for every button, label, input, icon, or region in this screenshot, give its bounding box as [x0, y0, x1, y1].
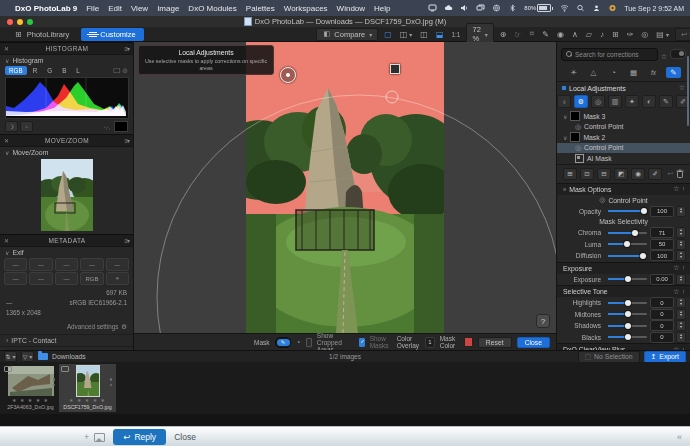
gear-icon[interactable]: ⚙	[121, 323, 127, 330]
pan-tool-icon[interactable]: ☞	[513, 30, 524, 39]
globe-icon[interactable]	[492, 4, 501, 12]
iptc-contact-row[interactable]: IPTC - Contact	[0, 334, 133, 346]
midtones-slider[interactable]	[608, 313, 647, 315]
selective-tone-section-header[interactable]: Selective Tone !	[557, 285, 690, 297]
midtones-value[interactable]: 0	[650, 309, 674, 320]
show-masks-label[interactable]: Show Masks	[370, 335, 392, 349]
control-point-tool-icon[interactable]: ◎	[591, 95, 605, 108]
app-menu-title[interactable]: DxO PhotoLab 9	[15, 4, 77, 13]
blacks-stepper[interactable]: ▲▼	[676, 332, 686, 343]
current-folder-label[interactable]: Downloads	[52, 353, 86, 360]
spray-tool-icon[interactable]: ✦	[625, 95, 639, 108]
rotate-view-icon[interactable]: ◔	[296, 338, 301, 347]
menu-dxo-modules[interactable]: DxO Modules	[188, 4, 236, 13]
volume-icon[interactable]	[460, 4, 469, 12]
menu-image[interactable]: Image	[157, 4, 179, 13]
overlay-icon[interactable]: ▤	[654, 30, 671, 39]
blacks-value[interactable]: 0	[650, 332, 674, 343]
show-masks-checkbox[interactable]	[359, 338, 365, 347]
show-mask-icon[interactable]: ◉	[631, 168, 645, 180]
settings-tool-icon[interactable]: ⚙	[574, 95, 588, 108]
opacity-slider[interactable]	[608, 210, 647, 212]
mask2-control-point-row[interactable]: Control Point	[557, 143, 690, 154]
auto-mask-tool-icon[interactable]: ♁	[557, 95, 571, 108]
blacks-slider[interactable]	[608, 336, 647, 338]
geometry-category-icon[interactable]: ▦	[626, 67, 641, 78]
export-button[interactable]: ↥ Export	[644, 351, 686, 363]
image-canvas[interactable]: Local Adjustments Use selective masks to…	[134, 42, 556, 333]
bluetooth-icon[interactable]	[508, 4, 517, 12]
effects-category-icon[interactable]: fx	[646, 67, 661, 78]
menu-workspaces[interactable]: Workspaces	[284, 4, 328, 13]
color-category-icon[interactable]: △	[586, 67, 601, 78]
histogram-section-row[interactable]: Histogram	[0, 55, 133, 65]
night-mode-icon[interactable]: ☽	[5, 121, 18, 132]
exposure-section-header[interactable]: Exposure !	[557, 262, 690, 274]
panel-scrollbar[interactable]	[687, 56, 689, 126]
mask-reset-button[interactable]: Reset	[478, 337, 512, 348]
shadows-value[interactable]: 0	[650, 320, 674, 331]
star-icon[interactable]	[673, 185, 679, 193]
channel-r-button[interactable]: R	[29, 66, 42, 75]
mask3-row[interactable]: Mask 3	[557, 111, 690, 122]
local-adjustments-header[interactable]: Local Adjustments	[557, 82, 690, 94]
eraser-icon[interactable]: ✐	[648, 168, 662, 180]
picker-icons[interactable]: ◦,◦,	[104, 124, 110, 130]
duplicate-mask-icon[interactable]: ⊟	[597, 168, 611, 180]
control-center-icon[interactable]	[608, 4, 617, 12]
detail-category-icon[interactable]: ◔	[606, 67, 621, 78]
photo-with-mask-overlay[interactable]	[246, 42, 444, 333]
footer-close-link[interactable]: Close	[174, 432, 196, 442]
undo-icon[interactable]: ↩	[667, 170, 673, 178]
star-icon[interactable]	[679, 84, 685, 92]
gradient-tool-icon[interactable]: ▥	[608, 95, 622, 108]
exposure-slider[interactable]	[608, 278, 647, 280]
no-selection-button[interactable]: ⬚ No Selection	[578, 351, 640, 363]
split-view-icon[interactable]: ◫	[398, 30, 415, 39]
horizon-icon[interactable]: ♪	[598, 30, 606, 39]
repair-icon[interactable]: ✑	[625, 30, 636, 39]
highlights-value[interactable]: 0	[650, 297, 674, 308]
star-rating[interactable]: ★ ★ ★ ★ ★	[69, 398, 106, 403]
spotlight-icon[interactable]	[576, 4, 585, 12]
channel-rgb-button[interactable]: RGB	[5, 66, 27, 75]
menu-clock[interactable]: Tue Sep 2 9:52 AM	[624, 5, 684, 12]
favorites-filter-icon[interactable]	[661, 45, 667, 63]
close-window-button[interactable]	[7, 19, 13, 25]
compare-button[interactable]: ◧ Compare	[316, 28, 379, 41]
highlights-stepper[interactable]: ▲▼	[676, 297, 686, 308]
luminosity-tool-icon[interactable]: ◐	[642, 95, 656, 108]
menu-file[interactable]: File	[86, 4, 99, 13]
crop-tool-icon[interactable]: ⌗	[528, 29, 537, 39]
display-icon[interactable]	[428, 4, 437, 12]
filter-dropdown[interactable]: ▽	[21, 351, 34, 362]
minimize-window-button[interactable]	[17, 19, 23, 25]
star-icon[interactable]	[673, 264, 679, 272]
add-to-mask-icon[interactable]: ⊡	[580, 168, 594, 180]
exposure-stepper[interactable]: ▲▼	[676, 274, 686, 285]
force-lines-icon[interactable]: ∧	[570, 30, 580, 39]
invert-mask-icon[interactable]: ◩	[614, 168, 628, 180]
trash-icon[interactable]	[676, 169, 684, 178]
luma-stepper[interactable]: ▲▼	[676, 239, 686, 250]
mask2-row[interactable]: Mask 2	[557, 132, 690, 143]
chroma-slider[interactable]	[608, 232, 647, 234]
reply-button[interactable]: ↩ Reply	[113, 429, 166, 445]
control-line-tool-icon[interactable]: ✎	[659, 95, 673, 108]
palette-menu-icon[interactable]	[124, 45, 129, 52]
windows-icon[interactable]	[476, 4, 485, 12]
mask3-control-point-row[interactable]: Control Point	[557, 122, 690, 133]
channel-b-button[interactable]: B	[58, 66, 70, 75]
light-category-icon[interactable]: ☀	[566, 67, 581, 78]
luma-value[interactable]: 50	[650, 239, 674, 250]
mask2-ai-mask-row[interactable]: AI Mask	[557, 153, 690, 164]
palette-menu-icon[interactable]	[124, 137, 129, 144]
preview-eye-icon[interactable]: ◎	[639, 30, 650, 39]
cloud-icon[interactable]	[444, 4, 453, 12]
clipping-warning-icon[interactable]: ⊘	[122, 67, 128, 75]
movezoom-section-row[interactable]: Move/Zoom	[0, 147, 133, 157]
sort-dropdown[interactable]: ⇅	[4, 351, 17, 362]
opacity-value[interactable]: 100	[650, 206, 674, 217]
ratio-1to1[interactable]: 1:1	[449, 31, 462, 38]
active-corrections-toggle[interactable]	[670, 49, 686, 59]
